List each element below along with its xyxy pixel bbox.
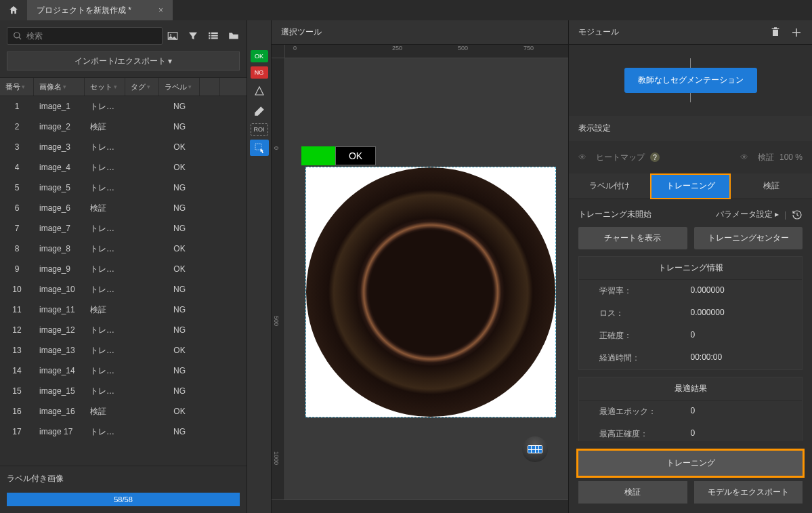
table-row[interactable]: 7image_7トレー…NG xyxy=(0,218,247,239)
project-tab[interactable]: プロジェクトを新規作成 * × xyxy=(27,0,173,20)
accuracy-value: 0 xyxy=(691,330,782,342)
add-module-icon[interactable] xyxy=(790,26,803,39)
cell-name: image_10 xyxy=(34,285,85,294)
close-tab-icon[interactable]: × xyxy=(158,5,163,15)
image-frame[interactable] xyxy=(305,167,556,417)
best-result-box: 最適結果 最適エポック：0 最高正確度：0 xyxy=(578,377,803,441)
cell-num: 4 xyxy=(0,163,34,172)
table-row[interactable]: 6image_6検証NG xyxy=(0,198,247,218)
right-tabs: ラベル付け トレーニング 検証 xyxy=(569,173,812,199)
table-row[interactable]: 16image_16検証OK xyxy=(0,401,247,422)
eye-icon[interactable]: 👁 xyxy=(740,152,752,162)
help-icon[interactable]: ? xyxy=(650,152,660,162)
search-placeholder: 検索 xyxy=(26,30,43,42)
tab-labeling[interactable]: ラベル付け xyxy=(569,173,650,199)
ok-tool[interactable]: OK xyxy=(251,50,268,62)
training-center-button[interactable]: トレーニングセンター xyxy=(694,227,803,249)
col-num[interactable]: 番号▾ xyxy=(0,78,34,96)
cell-label: NG xyxy=(159,366,200,375)
roi-tool[interactable]: ROI xyxy=(251,123,268,136)
cell-num: 15 xyxy=(0,386,34,396)
cell-label: OK xyxy=(159,142,200,152)
import-export-button[interactable]: インポート/エクスポート ▾ xyxy=(7,52,240,70)
cell-set: 検証 xyxy=(85,121,125,133)
table-row[interactable]: 13image_13トレー…OK xyxy=(0,340,247,361)
svg-rect-2 xyxy=(209,33,210,34)
delete-module-icon[interactable] xyxy=(770,26,781,39)
canvas-area[interactable]: OK xyxy=(285,58,568,499)
cell-set: トレー… xyxy=(85,162,125,173)
export-model-button[interactable]: モデルをエクスポート xyxy=(694,481,803,504)
svg-point-1 xyxy=(170,34,171,35)
heatmap-row: 👁 ヒートマップ ? 👁 検証 100 % xyxy=(569,141,812,173)
table-row[interactable]: 10image_10トレー…NG xyxy=(0,279,247,300)
ruler-horizontal: 0 250 500 750 xyxy=(285,45,568,58)
cell-num: 6 xyxy=(0,203,34,213)
cell-name: image_4 xyxy=(34,163,85,172)
top-bar: プロジェクトを新規作成 * × xyxy=(0,0,812,20)
status-color-indicator xyxy=(301,146,335,165)
module-title: モジュール xyxy=(578,26,619,38)
cell-name: image_6 xyxy=(34,203,85,213)
elapsed-value: 00:00:00 xyxy=(691,352,782,364)
home-button[interactable] xyxy=(0,0,27,20)
table-row[interactable]: 14image_14トレー…NG xyxy=(0,361,247,381)
select-tool[interactable] xyxy=(250,140,269,156)
search-input[interactable]: 検索 xyxy=(7,27,163,45)
eraser-tool[interactable] xyxy=(250,103,269,119)
col-extra[interactable] xyxy=(200,78,220,96)
ruler-vertical: 0 500 1000 xyxy=(272,58,285,499)
filter-icon[interactable] xyxy=(187,30,199,42)
cell-label: NG xyxy=(159,305,200,314)
progress-bar: 58/58 xyxy=(7,493,240,506)
col-tag[interactable]: タグ▾ xyxy=(125,78,159,96)
table-row[interactable]: 5image_5トレー…NG xyxy=(0,178,247,198)
validate-button[interactable]: 検証 xyxy=(578,481,687,504)
svg-rect-7 xyxy=(211,37,218,39)
table-row[interactable]: 12image_12トレー…NG xyxy=(0,320,247,340)
cell-name: image_15 xyxy=(34,386,85,396)
cell-set: トレー… xyxy=(85,101,125,112)
eye-icon[interactable]: 👁 xyxy=(578,152,591,162)
table-row[interactable]: 8image_8トレー…OK xyxy=(0,239,247,259)
col-set[interactable]: セット▾ xyxy=(85,78,125,96)
show-chart-button[interactable]: チャートを表示 xyxy=(578,227,687,249)
cell-num: 14 xyxy=(0,366,34,375)
cell-set: トレー… xyxy=(85,223,125,234)
tab-validation[interactable]: 検証 xyxy=(731,173,812,199)
module-header: モジュール xyxy=(569,20,812,45)
keyboard-shortcut-button[interactable] xyxy=(522,436,548,462)
list-icon[interactable] xyxy=(207,30,219,42)
cell-num: 8 xyxy=(0,244,34,253)
module-node[interactable]: 教師なしセグメンテーション xyxy=(624,68,757,93)
image-mode-icon[interactable] xyxy=(167,30,179,42)
train-button[interactable]: トレーニング xyxy=(578,451,803,476)
cell-label: NG xyxy=(159,183,200,192)
table-row[interactable]: 3image_3トレー…OK xyxy=(0,137,247,157)
table-row[interactable]: 9image_9トレー…OK xyxy=(0,259,247,279)
folder-icon[interactable] xyxy=(228,30,240,42)
col-label[interactable]: ラベル▾ xyxy=(159,78,200,96)
image-table: 番号▾ 画像名▾ セット▾ タグ▾ ラベル▾ 1image_1トレー…NG2im… xyxy=(0,77,247,466)
table-row[interactable]: 1image_1トレー…NG xyxy=(0,96,247,117)
table-row[interactable]: 11image_11検証NG xyxy=(0,300,247,320)
best-epoch-value: 0 xyxy=(691,406,782,417)
progress-fill: 58/58 xyxy=(7,493,240,506)
cell-name: image_13 xyxy=(34,346,85,355)
cell-set: トレー… xyxy=(85,345,125,356)
vertical-toolbar: OK NG ROI xyxy=(247,20,272,513)
table-row[interactable]: 17image 17トレー…NG xyxy=(0,422,247,442)
cell-name: image_8 xyxy=(34,244,85,253)
cell-name: image_16 xyxy=(34,407,85,416)
history-icon[interactable] xyxy=(792,209,803,220)
col-name[interactable]: 画像名▾ xyxy=(34,78,85,96)
ng-tool[interactable]: NG xyxy=(251,66,268,79)
param-settings-link[interactable]: パラメータ設定 ▸ xyxy=(716,209,779,220)
tab-training[interactable]: トレーニング xyxy=(650,173,731,199)
table-row[interactable]: 15image_15トレー…NG xyxy=(0,381,247,401)
table-row[interactable]: 4image_4トレー…OK xyxy=(0,157,247,178)
polygon-tool[interactable] xyxy=(250,83,269,99)
cell-set: トレー… xyxy=(85,243,125,255)
lr-value: 0.000000 xyxy=(691,285,782,297)
table-row[interactable]: 2image_2検証NG xyxy=(0,117,247,137)
